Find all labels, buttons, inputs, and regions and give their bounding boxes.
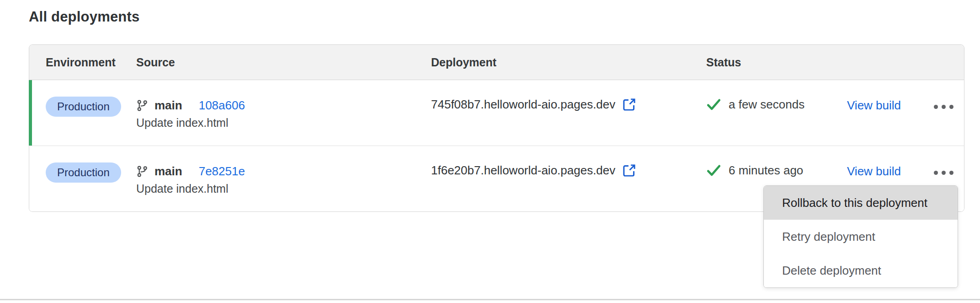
deployment-actions-menu: Rollback to this deployment Retry deploy…: [763, 185, 958, 288]
commit-hash-link[interactable]: 108a606: [199, 98, 245, 113]
deployment-cell: 1f6e20b7.helloworld-aio.pages.dev: [431, 163, 636, 178]
menu-item-delete[interactable]: Delete deployment: [764, 254, 958, 287]
table-header-row: Environment Source Deployment Status: [29, 45, 964, 80]
status-time: 6 minutes ago: [729, 163, 803, 178]
menu-item-retry[interactable]: Retry deployment: [764, 220, 958, 254]
column-header-source: Source: [136, 56, 175, 69]
environment-badge: Production: [46, 162, 121, 183]
menu-item-rollback[interactable]: Rollback to this deployment: [764, 186, 958, 220]
status-cell: 6 minutes ago: [706, 163, 803, 178]
ellipsis-dot: [949, 171, 953, 175]
current-deployment-indicator-bar: [29, 80, 32, 146]
commit-message: Update index.html: [136, 116, 229, 130]
column-header-environment: Environment: [46, 56, 116, 69]
row-actions-menu-button[interactable]: [928, 162, 959, 183]
git-branch-icon: [136, 99, 149, 112]
deployment-url: 1f6e20b7.helloworld-aio.pages.dev: [431, 163, 615, 178]
ellipsis-dot: [934, 105, 938, 109]
commit-hash-link[interactable]: 7e8251e: [199, 164, 245, 179]
status-cell: a few seconds: [706, 97, 804, 112]
deployment-url: 745f08b7.helloworld-aio.pages.dev: [431, 97, 615, 112]
external-link-icon[interactable]: [622, 97, 636, 112]
branch-name: main: [154, 164, 182, 179]
bottom-divider: [0, 299, 980, 300]
ellipsis-dot: [942, 171, 946, 175]
view-build-link[interactable]: View build: [847, 98, 901, 113]
external-link-icon[interactable]: [622, 163, 636, 178]
source-cell: main 7e8251e: [136, 164, 245, 179]
commit-message: Update index.html: [136, 182, 229, 195]
page-title: All deployments: [29, 8, 139, 26]
deployment-row-current: Production main 108a606 Update index.htm…: [29, 80, 964, 146]
page: All deployments Environment Source Deplo…: [0, 0, 980, 303]
status-time: a few seconds: [729, 97, 804, 112]
ellipsis-dot: [949, 105, 953, 109]
ellipsis-dot: [942, 105, 946, 109]
ellipsis-dot: [934, 171, 938, 175]
row-actions-menu-button[interactable]: [928, 97, 959, 117]
view-build-link[interactable]: View build: [847, 164, 901, 179]
success-check-icon: [706, 98, 721, 112]
source-cell: main 108a606: [136, 98, 245, 113]
column-header-deployment: Deployment: [431, 56, 496, 69]
success-check-icon: [706, 164, 721, 178]
deployment-cell: 745f08b7.helloworld-aio.pages.dev: [431, 97, 636, 112]
column-header-status: Status: [706, 56, 741, 69]
branch-name: main: [154, 98, 182, 113]
git-branch-icon: [136, 165, 149, 178]
environment-badge: Production: [46, 97, 121, 117]
